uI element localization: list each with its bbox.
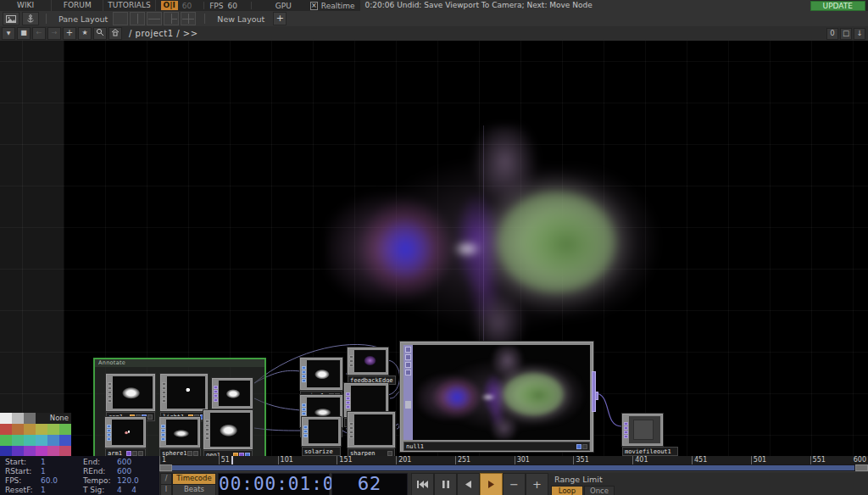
breadcrumb[interactable]: / project1 / >> [129, 29, 198, 38]
node-label: solarize [304, 448, 333, 455]
node-cam1[interactable]: cam1 [106, 374, 155, 421]
node-moviefileout1[interactable]: moviefileout1 [622, 414, 678, 456]
node-feedbackedge[interactable]: feedbackEdge [348, 348, 396, 385]
layout-hsplit-button[interactable] [147, 12, 162, 25]
node-null1[interactable]: null1 [400, 342, 593, 452]
layout-three-pane-button[interactable] [164, 12, 179, 25]
integer-frames-button[interactable]: I [160, 484, 172, 495]
palette-swatch[interactable] [36, 446, 47, 456]
color-palette[interactable]: None [0, 413, 71, 456]
realtime-checkbox[interactable]: × [310, 2, 318, 10]
palette-swatch[interactable] [47, 446, 59, 456]
palette-swatch[interactable] [59, 446, 71, 456]
frame-display[interactable]: 62 [331, 473, 408, 495]
timecode-mode-button[interactable]: Timecode [172, 473, 216, 485]
palette-swatch[interactable] [59, 435, 71, 446]
palette-swatch[interactable] [12, 446, 24, 456]
gpu-label[interactable]: GPU [275, 2, 292, 10]
palette-swatch[interactable] [24, 424, 36, 435]
setting-value[interactable]: 600 [117, 467, 159, 476]
pane-type-dropdown[interactable]: ▼ [2, 27, 15, 40]
palette-swatch[interactable] [0, 424, 12, 435]
connector-column [623, 416, 629, 443]
node-sharpen[interactable]: sharpen [348, 412, 395, 456]
palette-swatch[interactable] [59, 424, 71, 435]
setting-value[interactable]: 1 [41, 458, 78, 467]
palette-swatch[interactable] [12, 413, 24, 424]
maximize-icon[interactable]: □ [840, 28, 852, 40]
palette-swatch[interactable] [0, 446, 12, 456]
step-forward-button[interactable]: + [526, 473, 548, 495]
palette-swatch[interactable] [36, 424, 47, 435]
skip-to-start-button[interactable] [411, 473, 434, 495]
setting-value[interactable]: 1 [41, 486, 78, 495]
setting-value[interactable]: 60.0 [41, 476, 78, 486]
scrub-mode-button[interactable]: / [160, 473, 172, 485]
node-flags[interactable] [126, 451, 143, 456]
oi-toggle[interactable]: O|I [161, 1, 178, 10]
node-light1[interactable]: light1 [160, 374, 208, 421]
menu-forum[interactable]: FORUM [52, 0, 103, 11]
update-button[interactable]: UPDATE [810, 1, 865, 11]
add-layout-button[interactable]: + [273, 12, 287, 25]
once-button[interactable]: Once [584, 486, 615, 495]
loop-button[interactable]: Loop [551, 486, 583, 495]
palette-none-button[interactable]: None [36, 413, 71, 424]
nav-forward-icon[interactable]: → [47, 27, 61, 40]
range-start-handle[interactable] [159, 464, 172, 471]
viewer-tool-column[interactable] [403, 345, 413, 440]
play-reverse-button[interactable] [457, 473, 480, 495]
bookmark-star-icon[interactable]: ★ [78, 27, 92, 40]
palette-swatch[interactable] [12, 435, 24, 446]
timeline-range-bar[interactable] [159, 464, 868, 471]
stop-icon[interactable]: ■ [17, 27, 31, 40]
add-node-button[interactable]: + [63, 27, 76, 40]
nav-back-icon[interactable]: ← [32, 27, 46, 40]
node-flags[interactable] [576, 444, 587, 449]
setting-value[interactable]: 600 [117, 458, 159, 467]
step-back-button[interactable]: − [503, 473, 526, 495]
output-connector[interactable] [595, 392, 598, 400]
timecode-display: 00:00:01:01 [218, 473, 330, 495]
search-zoom-icon[interactable] [93, 27, 107, 40]
layout-vsplit-button[interactable] [130, 12, 145, 25]
palette-swatch[interactable] [0, 435, 12, 446]
range-end-handle[interactable] [855, 464, 868, 471]
setting-value[interactable]: 1 [41, 467, 78, 476]
home-icon[interactable] [108, 27, 122, 40]
node-flags[interactable] [387, 451, 392, 456]
palette-swatch[interactable] [47, 435, 59, 446]
palette-swatch[interactable] [24, 446, 36, 456]
palette-swatch[interactable] [36, 435, 47, 446]
node-geo1[interactable]: geo1 [203, 410, 253, 456]
menu-wiki[interactable]: WIKI [0, 0, 52, 11]
setting-value[interactable]: 120.0 [117, 476, 159, 486]
network-editor[interactable]: Annotate cam1 light1 [0, 41, 868, 456]
viewer-mode-icon[interactable] [3, 12, 19, 25]
node-flags[interactable] [187, 451, 198, 456]
timeline-settings-panel[interactable]: Start:1End:600RStart:1REnd:600FPS:60.0Te… [0, 456, 159, 495]
range-fill[interactable] [172, 465, 854, 470]
setting-value[interactable]: 4 4 [117, 486, 159, 495]
node-thumbnail [309, 420, 338, 443]
layout-single-button[interactable] [113, 12, 128, 25]
connector-column [161, 376, 167, 409]
menu-tutorials[interactable]: TUTORIALS [103, 0, 155, 11]
beats-mode-button[interactable]: Beats [172, 484, 216, 495]
node-solarize[interactable]: solarize [302, 417, 341, 456]
play-button[interactable] [480, 473, 503, 495]
palette-swatch[interactable] [0, 413, 12, 424]
node-thumbnail [112, 420, 143, 445]
playhead[interactable] [231, 456, 233, 464]
node-sphere1[interactable]: sphere1 [159, 417, 201, 456]
anchor-icon[interactable] [22, 12, 39, 25]
pause-button[interactable] [434, 473, 457, 495]
layout-quad-button[interactable] [181, 12, 196, 25]
palette-swatch[interactable] [12, 424, 24, 435]
collapse-icon[interactable]: ↓ [854, 28, 865, 40]
palette-swatch[interactable] [24, 413, 36, 424]
palette-swatch[interactable] [47, 424, 59, 435]
node-noise1[interactable]: noise1 [300, 358, 342, 400]
palette-swatch[interactable] [24, 435, 36, 446]
node-arm1[interactable]: arm1 [105, 417, 146, 456]
